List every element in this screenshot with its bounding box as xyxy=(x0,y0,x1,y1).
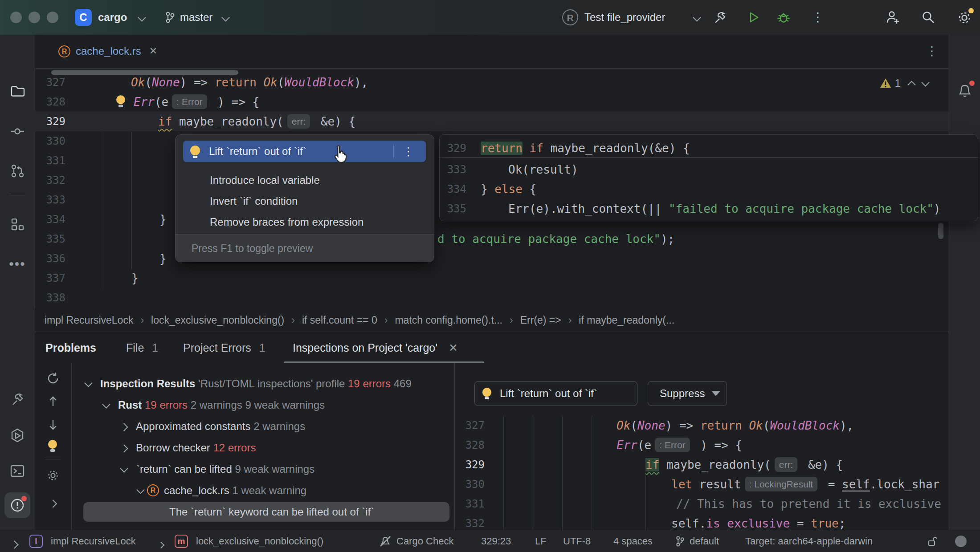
code-line[interactable]: 328Err(e: Error ) => { xyxy=(35,92,949,112)
code-line[interactable]: 329if maybe_readonly(err: &e) { xyxy=(455,455,949,475)
breadcrumb-item[interactable]: lock_exclusive_nonblocking() xyxy=(151,314,284,326)
build-tool-icon[interactable] xyxy=(9,391,25,407)
problems-tool-icon[interactable] xyxy=(9,497,26,514)
tab-close-icon[interactable]: ✕ xyxy=(449,341,458,354)
tree-row[interactable]: Rcache_lock.rs 1 weak warning xyxy=(72,480,489,501)
code-line[interactable]: 335d to acquire package cache lock"); xyxy=(35,229,949,249)
close-window-button[interactable] xyxy=(10,12,22,23)
submenu-kebab-icon[interactable]: ⋮ xyxy=(403,141,414,162)
cargo-check-label[interactable]: Cargo Check xyxy=(396,530,453,552)
editor-tab-cache-lock[interactable]: R cache_lock.rs ✕ xyxy=(51,35,164,68)
tree-row[interactable]: `return` can be lifted 9 weak warnings xyxy=(72,459,489,480)
tab-close-icon[interactable]: ✕ xyxy=(149,45,157,57)
branch-chevron-icon[interactable] xyxy=(223,14,229,22)
code-line[interactable]: 329if maybe_readonly(err: &e) { xyxy=(35,112,949,131)
file-encoding[interactable]: UTF-8 xyxy=(563,530,591,552)
tree-chevron-icon[interactable] xyxy=(120,444,128,452)
tab-options-kebab-icon[interactable]: ⋮ xyxy=(926,44,938,58)
vcs-branch-name[interactable]: default xyxy=(690,530,719,552)
code-line[interactable]: 337} xyxy=(35,268,949,288)
statusbar-expand-icon[interactable] xyxy=(12,539,17,550)
minimize-window-button[interactable] xyxy=(29,12,40,23)
code-line[interactable]: 332self.is_exclusive = true; xyxy=(455,514,949,530)
tab-inspections[interactable]: Inspections on Project 'cargo' ✕ xyxy=(293,332,458,363)
quickfix-bulb-icon[interactable] xyxy=(48,440,58,453)
code-line[interactable]: 327Ok(None) => return Ok(WouldBlock), xyxy=(455,416,949,435)
tree-chevron-icon[interactable] xyxy=(136,486,144,494)
pull-requests-tool-icon[interactable] xyxy=(9,163,25,179)
code-line[interactable]: 335Err(e).with_context(|| "failed to acq… xyxy=(440,199,978,219)
tree-row[interactable]: Rust 19 errors 2 warnings 9 weak warning… xyxy=(72,394,489,416)
structure-tool-icon[interactable] xyxy=(9,216,25,232)
search-icon[interactable] xyxy=(920,9,936,25)
tree-row[interactable]: Approximated constants 2 warnings xyxy=(72,416,489,437)
tab-file[interactable]: File1 xyxy=(126,332,158,363)
next-problem-icon[interactable] xyxy=(921,78,929,86)
inspections-widget[interactable]: 1 xyxy=(880,74,928,92)
expand-up-icon[interactable] xyxy=(46,394,60,408)
titlebar: C cargo master R Test file_provider xyxy=(0,0,980,35)
tree-chevron-icon[interactable] xyxy=(84,379,92,387)
project-tool-icon[interactable] xyxy=(10,83,25,98)
tree-row[interactable]: Borrow checker 12 errors xyxy=(72,437,489,459)
notifications-bell-icon[interactable] xyxy=(956,82,973,99)
code-line[interactable]: 338 xyxy=(35,288,949,308)
tab-project-errors[interactable]: Project Errors1 xyxy=(183,332,265,363)
project-chevron-icon[interactable] xyxy=(139,14,145,22)
expand-down-icon[interactable] xyxy=(46,418,60,432)
more-tools-icon[interactable]: ••• xyxy=(9,256,26,272)
tree-chevron-icon[interactable] xyxy=(102,400,110,408)
code-line[interactable]: 333Ok(result) xyxy=(440,160,978,179)
project-name[interactable]: cargo xyxy=(98,0,127,35)
bulb-icon xyxy=(190,146,200,158)
tree-row[interactable]: The `return` keyword can be lifted out o… xyxy=(72,501,489,523)
breadcrumb-item[interactable]: Err(e) => xyxy=(520,314,561,326)
run-config-name[interactable]: Test file_provider xyxy=(584,0,665,35)
tree-chevron-icon[interactable] xyxy=(120,423,128,431)
code-line[interactable]: 336} xyxy=(35,249,949,268)
tree-chevron-icon[interactable] xyxy=(120,464,128,472)
rerun-inspection-icon[interactable] xyxy=(46,371,60,386)
breadcrumb-item[interactable]: if maybe_readonly(... xyxy=(579,314,674,326)
gutter-bulb-icon[interactable] xyxy=(116,95,126,109)
indent-setting[interactable]: 4 spaces xyxy=(613,530,653,552)
terminal-tool-icon[interactable] xyxy=(9,463,25,479)
line-ending[interactable]: LF xyxy=(535,530,547,552)
breadcrumb-item[interactable]: match config.home().t... xyxy=(395,314,502,326)
services-tool-icon[interactable] xyxy=(9,427,26,444)
prev-problem-icon[interactable] xyxy=(907,81,915,89)
code-line[interactable]: 328Err(e: Error ) => { xyxy=(455,435,949,455)
code-line[interactable]: 327Ok(None) => return Ok(WouldBlock), xyxy=(35,73,949,92)
settings-gear-icon[interactable] xyxy=(956,9,973,26)
breadcrumb-item[interactable]: impl RecursiveLock xyxy=(45,314,133,326)
statusbar-function[interactable]: lock_exclusive_nonblocking() xyxy=(196,530,323,552)
toolbar-more-chevron-icon[interactable] xyxy=(50,500,56,508)
tree-row[interactable]: Inspection Results 'Rust/TOML inspection… xyxy=(72,373,489,394)
project-icon: C xyxy=(75,9,92,26)
editor-scrollbar-thumb[interactable] xyxy=(938,223,943,239)
unlocked-icon[interactable] xyxy=(926,535,938,548)
problems-toolbar xyxy=(35,363,72,530)
breadcrumb-item[interactable]: if self.count == 0 xyxy=(302,314,377,326)
commit-tool-icon[interactable] xyxy=(10,124,25,139)
statusbar-impl[interactable]: impl RecursiveLock xyxy=(51,530,136,552)
statusbar: I impl RecursiveLock m lock_exclusive_no… xyxy=(0,530,980,552)
breadcrumb-bar: impl RecursiveLock›lock_exclusive_nonblo… xyxy=(35,308,949,332)
zoom-window-button[interactable] xyxy=(47,12,58,23)
build-target[interactable]: Target: aarch64-apple-darwin xyxy=(745,530,873,552)
branch-name[interactable]: master xyxy=(180,0,212,35)
build-hammer-icon[interactable] xyxy=(712,9,728,25)
code-line[interactable]: 334} else { xyxy=(440,179,978,199)
more-actions-kebab-icon[interactable]: ⋮ xyxy=(812,0,824,35)
intention-item[interactable]: Lift `return` out of `if`⋮ xyxy=(183,141,426,162)
caret-position[interactable]: 329:23 xyxy=(481,530,511,552)
debug-button[interactable] xyxy=(776,10,791,25)
code-line[interactable]: 331// This has to pretend it is exclusiv… xyxy=(455,494,949,514)
add-user-icon[interactable] xyxy=(884,9,901,26)
panel-title: Problems xyxy=(45,332,96,363)
run-config-chevron-icon[interactable] xyxy=(694,14,700,22)
code-line[interactable]: 330let result: LockingResult = self.lock… xyxy=(455,475,949,494)
inspection-settings-gear-icon[interactable] xyxy=(46,468,60,483)
code-line[interactable]: 329return if maybe_readonly(&e) { xyxy=(440,138,978,158)
run-button[interactable] xyxy=(747,10,761,24)
